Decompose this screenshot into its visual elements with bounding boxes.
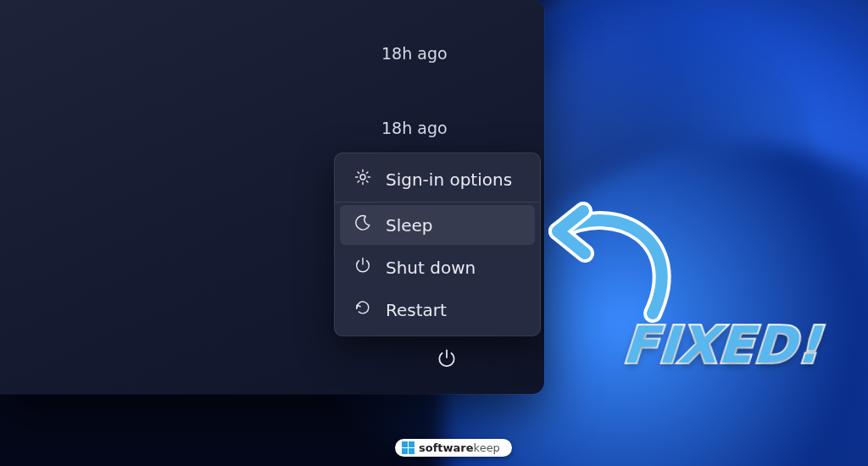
start-panel-footer — [0, 335, 544, 394]
gear-icon — [353, 168, 372, 191]
menu-separator — [335, 202, 540, 202]
restart-icon — [353, 298, 372, 321]
moon-icon — [353, 214, 372, 236]
brand-logo-icon — [402, 441, 415, 454]
brand-badge: softwarekeep — [395, 439, 512, 457]
recent-item-time: 18h ago — [381, 44, 448, 63]
recent-item-time: 18h ago — [381, 119, 448, 137]
start-menu-panel: 18h ago 18h ago Sign-in options Sleep — [0, 0, 544, 394]
power-button[interactable] — [428, 341, 465, 379]
signin-options-item[interactable]: Sign-in options — [340, 159, 535, 199]
sleep-item[interactable]: Sleep — [340, 205, 535, 245]
menu-item-label: Shut down — [386, 258, 476, 278]
power-icon — [353, 256, 372, 279]
menu-item-label: Restart — [386, 300, 447, 320]
menu-item-label: Sign-in options — [386, 169, 512, 190]
svg-point-0 — [360, 175, 365, 180]
callout-fixed-label: FIXED! — [621, 315, 824, 374]
power-icon — [436, 347, 458, 373]
shutdown-item[interactable]: Shut down — [340, 247, 535, 287]
power-menu: Sign-in options Sleep Shut down — [334, 153, 541, 336]
brand-name: softwarekeep — [419, 441, 500, 454]
restart-item[interactable]: Restart — [340, 290, 535, 330]
menu-item-label: Sleep — [386, 215, 433, 236]
